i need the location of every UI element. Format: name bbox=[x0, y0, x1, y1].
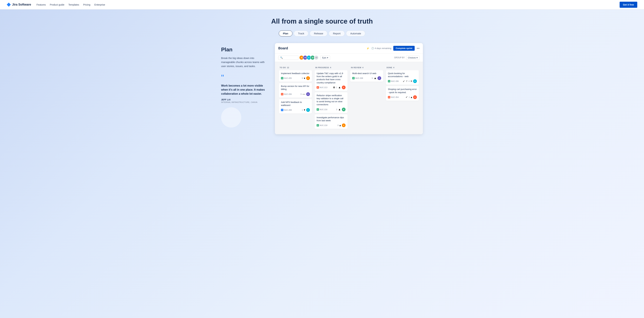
card-nuc206-id: NUC-206 bbox=[284, 93, 292, 95]
toolbar-left: 🔍 A B C D +3 Epic ▾ bbox=[278, 55, 330, 60]
avatar-group: A B C D +3 bbox=[300, 55, 319, 60]
column-done: DONE 4 Quick booking for accomodations -… bbox=[384, 65, 420, 131]
column-todo-title: TO DO bbox=[280, 67, 286, 69]
search-icon: 🔍 bbox=[280, 56, 283, 59]
toolbar-right: GROUP BY Choices ▾ bbox=[394, 56, 420, 60]
card-nuc354-title: Shoping cart purchasing error - quick fi… bbox=[388, 88, 417, 94]
nav-pricing[interactable]: Pricing bbox=[83, 3, 90, 6]
get-it-free-button[interactable]: Get it free bbox=[620, 2, 637, 8]
nav-templates[interactable]: Templates bbox=[68, 3, 79, 6]
search-box[interactable]: 🔍 bbox=[278, 56, 298, 60]
bug-icon: B bbox=[281, 93, 283, 95]
card-nuc216-title: Refactor stripe verification key validat… bbox=[316, 94, 346, 106]
choices-dropdown[interactable]: Choices ▾ bbox=[406, 56, 420, 60]
column-inreview-title: IN REVIEW bbox=[351, 67, 361, 69]
nav-enterprise[interactable]: Enterprise bbox=[94, 3, 105, 6]
card-nuc336[interactable]: Quick booking for accomodations - web S … bbox=[386, 70, 419, 85]
card-nuc218-id: NUC-218 bbox=[320, 124, 328, 126]
card-nuc216-id-block: S NUC-216 bbox=[316, 108, 328, 111]
card-nuc336-title: Quick booking for accomodations - web bbox=[388, 72, 417, 78]
story-icon-5: S bbox=[388, 80, 390, 82]
main-content: Plan Break the big ideas down into manag… bbox=[221, 43, 423, 134]
card-nuc354[interactable]: Shoping cart purchasing error - quick fi… bbox=[386, 86, 419, 101]
card-nuc205-id: NUC-205 bbox=[284, 77, 292, 79]
board-header: Board ⚡ 🕐 4 days remaining Complete spri… bbox=[275, 43, 423, 54]
group-by-label: GROUP BY bbox=[394, 56, 405, 59]
layers-icon: ≡ bbox=[410, 80, 412, 83]
card-nuc218-id-block: S NUC-218 bbox=[316, 124, 328, 126]
card-nuc216-avatar: E bbox=[342, 108, 346, 111]
bug-icon-2: B bbox=[316, 86, 319, 89]
column-inprogress-header: IN PROGRESS 4 bbox=[314, 66, 348, 70]
decorative-circle bbox=[221, 107, 241, 127]
card-nuc205-footer: S NUC-205 9 ▾ A bbox=[281, 76, 310, 80]
avatar-overflow[interactable]: +3 bbox=[314, 55, 319, 60]
card-nuc216-id: NUC-216 bbox=[320, 108, 328, 110]
card-nuc216-footer: S NUC-216 3 ▲ E bbox=[316, 108, 346, 111]
priority-high-icon: ▲ bbox=[338, 86, 341, 89]
epic-dropdown[interactable]: Epic ▾ bbox=[320, 56, 330, 60]
chevron-down-icon-2: ▾ bbox=[304, 108, 305, 111]
card-nuc213[interactable]: Update T&C copy with v1.9 from the write… bbox=[314, 70, 348, 91]
left-panel: Plan Break the big ideas down into manag… bbox=[221, 43, 268, 127]
card-nuc338-title: Multi-dest search UI web bbox=[352, 72, 381, 75]
tab-plan[interactable]: Plan bbox=[279, 31, 292, 36]
complete-sprint-button[interactable]: Complete sprint bbox=[393, 46, 415, 51]
column-inreview: IN REVIEW 4 Multi-dest search UI web S N… bbox=[349, 65, 384, 131]
tab-automate[interactable]: Automate bbox=[346, 31, 365, 36]
board-toolbar: 🔍 A B C D +3 Epic ▾ GROUP BY bbox=[275, 54, 423, 62]
card-nuc216-meta: 3 ▲ E bbox=[336, 108, 346, 111]
card-nuc213-title: Update T&C copy with v1.9 from the write… bbox=[316, 72, 346, 84]
nav-features[interactable]: Features bbox=[36, 3, 46, 6]
priority-highest-icon: ▲ bbox=[338, 108, 341, 111]
card-nuc216[interactable]: Refactor stripe verification key validat… bbox=[314, 92, 348, 113]
column-todo-count: 12 bbox=[287, 67, 289, 69]
card-nuc206-meta: 3 — B bbox=[300, 92, 310, 96]
chevron-down-icon: ▾ bbox=[304, 77, 305, 80]
card-nuc206-id-block: B NUC-206 bbox=[281, 93, 292, 95]
column-inprogress-title: IN PROGRESS bbox=[315, 67, 329, 69]
quote-author: JEFF LAI bbox=[221, 99, 268, 101]
card-nuc208-meta: 1 ▾ C bbox=[302, 108, 310, 112]
card-nuc208-avatar: C bbox=[306, 108, 310, 112]
card-nuc218[interactable]: Investigate perfomance dips from last we… bbox=[314, 114, 348, 129]
hero-title: All from a single source of truth bbox=[7, 18, 637, 25]
branch-icon: ⑂ bbox=[406, 80, 408, 83]
more-options-icon[interactable]: ••• bbox=[417, 47, 420, 50]
card-nuc205-title: Implement feedback collector bbox=[281, 72, 310, 75]
priority-medium-icon: — bbox=[302, 93, 305, 96]
card-nuc205-avatar: A bbox=[306, 76, 310, 80]
card-nuc336-id-block: S NUC-336 bbox=[388, 80, 399, 82]
bug-icon-3: B bbox=[388, 96, 390, 98]
tab-track[interactable]: Track bbox=[294, 31, 308, 36]
logo[interactable]: Jira Software bbox=[7, 3, 31, 7]
card-nuc354-meta: ✓ 1 ▴ H bbox=[406, 95, 417, 99]
card-nuc338[interactable]: Multi-dest search UI web S NUC-338 5 ▲ F bbox=[350, 70, 383, 82]
card-nuc213-avatar: D bbox=[342, 86, 346, 89]
column-done-header: DONE 4 bbox=[386, 66, 419, 70]
card-nuc206[interactable]: Bump version for new API for billing B N… bbox=[279, 83, 312, 97]
card-nuc208[interactable]: Add NPS feedback to wallboard T NUC-208 … bbox=[279, 99, 312, 113]
section-description: Break the big ideas down into manageable… bbox=[221, 56, 268, 68]
checkmark-icon: ✓ bbox=[403, 80, 405, 83]
card-nuc208-id: NUC-208 bbox=[284, 109, 292, 111]
column-inprogress: IN PROGRESS 4 Update T&C copy with v1.9 … bbox=[313, 65, 349, 131]
board-columns: TO DO 12 Implement feedback collector S … bbox=[275, 62, 423, 134]
tab-report[interactable]: Report bbox=[329, 31, 345, 36]
jira-diamond-icon bbox=[7, 3, 11, 7]
task-icon: T bbox=[281, 109, 283, 111]
card-nuc213-id-block: B NUC-213 bbox=[316, 86, 328, 89]
priority-up-icon-2: ▴ bbox=[411, 95, 412, 99]
card-nuc206-avatar: B bbox=[306, 92, 310, 96]
card-nuc336-avatar: G bbox=[413, 79, 417, 83]
tab-release[interactable]: Release bbox=[310, 31, 328, 36]
choices-chevron-icon: ▾ bbox=[416, 56, 418, 59]
nav-product-guide[interactable]: Product guide bbox=[50, 3, 64, 6]
card-nuc338-id-block: S NUC-338 bbox=[352, 77, 363, 79]
priority-critical-icon: ▲ bbox=[374, 77, 376, 80]
card-nuc218-title: Investigate perfomance dips from last we… bbox=[316, 116, 346, 122]
navbar-left: Jira Software Features Product guide Tem… bbox=[7, 3, 105, 7]
card-nuc205[interactable]: Implement feedback collector S NUC-205 9… bbox=[279, 70, 312, 82]
quote-mark-icon: " bbox=[221, 74, 268, 82]
card-nuc218-meta: 3 ▴ A bbox=[338, 123, 346, 127]
